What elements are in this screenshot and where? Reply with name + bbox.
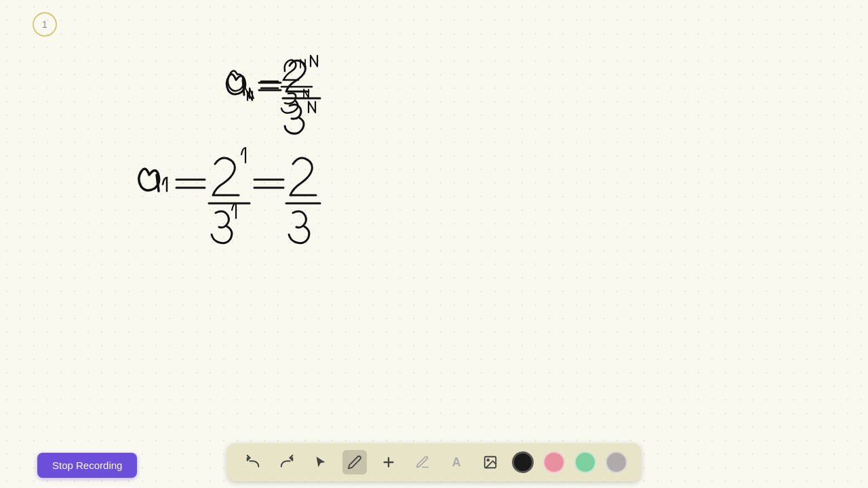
- highlight-tool-button[interactable]: [410, 450, 435, 474]
- stop-recording-button[interactable]: Stop Recording: [37, 453, 137, 478]
- page-number-indicator: 1: [33, 12, 57, 37]
- color-black[interactable]: [512, 451, 534, 473]
- undo-button[interactable]: [241, 450, 265, 474]
- select-tool-button[interactable]: [309, 450, 333, 474]
- text-tool-button[interactable]: A: [444, 450, 469, 474]
- color-gray[interactable]: [606, 451, 627, 473]
- image-tool-button[interactable]: [478, 450, 502, 474]
- text-tool-icon: A: [452, 455, 461, 470]
- color-green[interactable]: [574, 451, 596, 473]
- drawing-toolbar: A: [227, 443, 641, 481]
- page-number-text: 1: [42, 19, 47, 30]
- pen-tool-button[interactable]: [342, 450, 367, 474]
- svg-point-3: [487, 459, 489, 461]
- redo-button[interactable]: [275, 450, 299, 474]
- color-pink[interactable]: [543, 451, 565, 473]
- whiteboard-canvas: 1: [0, 0, 868, 488]
- add-button[interactable]: [376, 450, 401, 474]
- math-handwriting: [0, 0, 868, 420]
